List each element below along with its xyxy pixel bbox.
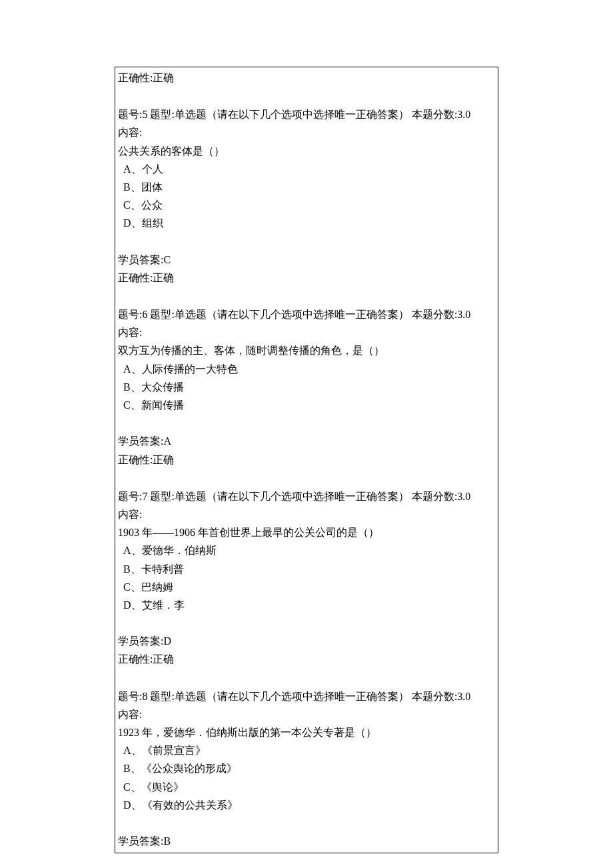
prev-question-tail: 正确性:正确 bbox=[118, 69, 495, 87]
correctness-line: 正确性:正确 bbox=[118, 451, 495, 469]
spacer bbox=[118, 814, 495, 832]
content-label: 内容: bbox=[118, 505, 495, 523]
spacer bbox=[118, 414, 495, 432]
correctness-value: 正确 bbox=[153, 454, 174, 465]
question-8: 题号:8 题型:单选题（请在以下几个选项中选择唯一正确答案） 本题分数:3.0 … bbox=[118, 687, 495, 851]
option-b: B、《公众舆论的形成》 bbox=[118, 759, 495, 777]
answer-label: 学员答案: bbox=[118, 835, 163, 847]
answer-line: 学员答案:D bbox=[118, 632, 495, 650]
correctness-value: 正确 bbox=[153, 72, 174, 83]
question-header: 题号:6 题型:单选题（请在以下几个选项中选择唯一正确答案） 本题分数:3.0 bbox=[118, 305, 495, 323]
option-d: D、艾维．李 bbox=[118, 596, 495, 614]
question-5: 题号:5 题型:单选题（请在以下几个选项中选择唯一正确答案） 本题分数:3.0 … bbox=[118, 105, 495, 287]
content-label: 内容: bbox=[118, 323, 495, 341]
correctness-value: 正确 bbox=[153, 653, 174, 665]
option-c: C、巴纳姆 bbox=[118, 578, 495, 596]
content-label: 内容: bbox=[118, 123, 495, 141]
question-stem: 1923 年，爱德华．伯纳斯出版的第一本公关专著是（） bbox=[118, 723, 495, 741]
option-b: B、大众传播 bbox=[118, 378, 495, 396]
answer-label: 学员答案: bbox=[118, 635, 163, 647]
option-c: C、公众 bbox=[118, 196, 495, 214]
answer-line: 学员答案:B bbox=[118, 832, 495, 850]
correctness-line: 正确性:正确 bbox=[118, 650, 495, 668]
question-stem: 公共关系的客体是（） bbox=[118, 142, 495, 160]
correctness-line: 正确性:正确 bbox=[118, 269, 495, 287]
option-a: A、人际传播的一大特色 bbox=[118, 360, 495, 378]
correctness-label: 正确性: bbox=[118, 653, 153, 665]
question-header: 题号:8 题型:单选题（请在以下几个选项中选择唯一正确答案） 本题分数:3.0 bbox=[118, 687, 495, 705]
question-7: 题号:7 题型:单选题（请在以下几个选项中选择唯一正确答案） 本题分数:3.0 … bbox=[118, 487, 495, 669]
answer-line: 学员答案:C bbox=[118, 251, 495, 269]
correctness-line: 正确性:正确 bbox=[118, 69, 495, 87]
correctness-value: 正确 bbox=[153, 272, 174, 283]
option-b: B、卡特利普 bbox=[118, 560, 495, 578]
question-stem: 1903 年——1906 年首创世界上最早的公关公司的是（） bbox=[118, 523, 495, 541]
question-header: 题号:7 题型:单选题（请在以下几个选项中选择唯一正确答案） 本题分数:3.0 bbox=[118, 487, 495, 505]
answer-label: 学员答案: bbox=[118, 435, 163, 447]
spacer bbox=[118, 233, 495, 251]
content-frame: 正确性:正确 题号:5 题型:单选题（请在以下几个选项中选择唯一正确答案） 本题… bbox=[115, 67, 498, 853]
correctness-label: 正确性: bbox=[118, 72, 153, 83]
option-a: A、个人 bbox=[118, 160, 495, 178]
page: 正确性:正确 题号:5 题型:单选题（请在以下几个选项中选择唯一正确答案） 本题… bbox=[0, 0, 613, 868]
correctness-label: 正确性: bbox=[118, 272, 153, 283]
option-a: A、《前景宣言》 bbox=[118, 741, 495, 759]
answer-value: A bbox=[163, 435, 171, 447]
option-a: A、爱德华．伯纳斯 bbox=[118, 541, 495, 559]
answer-line: 学员答案:A bbox=[118, 432, 495, 450]
spacer bbox=[118, 614, 495, 632]
option-c: C、新闻传播 bbox=[118, 396, 495, 414]
answer-value: D bbox=[163, 635, 171, 647]
answer-value: C bbox=[163, 254, 171, 265]
option-c: C、《舆论》 bbox=[118, 778, 495, 796]
question-header: 题号:5 题型:单选题（请在以下几个选项中选择唯一正确答案） 本题分数:3.0 bbox=[118, 105, 495, 123]
question-stem: 双方互为传播的主、客体，随时调整传播的角色，是（） bbox=[118, 341, 495, 359]
option-d: D、组织 bbox=[118, 214, 495, 232]
option-b: B、团体 bbox=[118, 178, 495, 196]
answer-label: 学员答案: bbox=[118, 254, 163, 265]
content-label: 内容: bbox=[118, 705, 495, 723]
option-d: D、《有效的公共关系》 bbox=[118, 796, 495, 814]
answer-value: B bbox=[163, 835, 171, 847]
correctness-label: 正确性: bbox=[118, 454, 153, 465]
question-6: 题号:6 题型:单选题（请在以下几个选项中选择唯一正确答案） 本题分数:3.0 … bbox=[118, 305, 495, 469]
